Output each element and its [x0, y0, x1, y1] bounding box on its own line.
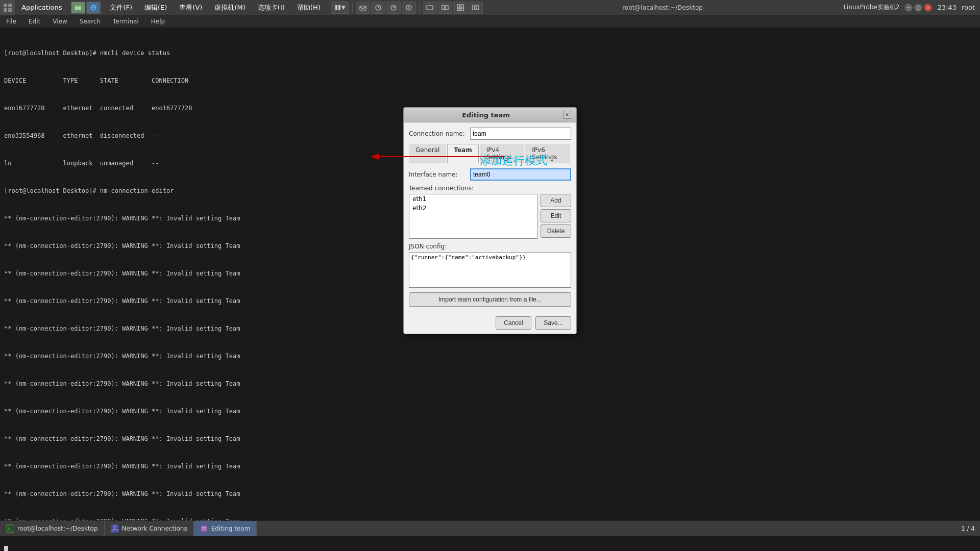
top-bar-left: Applications 文件(F) 编辑(E) 查看(V) 虚拟机(M) 选项…: [0, 0, 487, 15]
svg-rect-23: [446, 6, 448, 10]
taskbar-editing-label: Editing team: [211, 525, 251, 532]
dialog-titlebar: Editing team ✕: [404, 108, 576, 122]
vm-titlebar: root@localhost:~/Desktop: [617, 4, 708, 11]
teamed-item-eth2[interactable]: eth2: [409, 204, 537, 213]
maximize-btn[interactable]: □: [914, 4, 922, 12]
dialog-overlay: Editing team ✕ Connection name: General …: [0, 15, 980, 536]
svg-rect-11: [360, 6, 366, 10]
annotation-container: 添加运行模式: [480, 153, 547, 168]
svg-point-29: [474, 6, 477, 9]
save-button[interactable]: Save...: [535, 316, 571, 330]
close-btn[interactable]: ✕: [924, 4, 932, 12]
taskbar-editing[interactable]: Editing team: [194, 521, 257, 536]
terminal-title: root@localhost:~/Desktop: [622, 4, 703, 11]
edit-button[interactable]: Edit: [541, 209, 571, 222]
taskbar-network-label: Network Connections: [122, 525, 187, 532]
svg-rect-0: [4, 4, 7, 7]
top-bar: Applications 文件(F) 编辑(E) 查看(V) 虚拟机(M) 选项…: [0, 0, 980, 15]
edit-menu-cn[interactable]: 编辑(E): [138, 0, 173, 15]
view-menu-cn[interactable]: 查看(V): [173, 0, 208, 15]
file-menu-cn[interactable]: 文件(F): [104, 0, 138, 15]
taskbar-terminal-label: root@localhost:~/Desktop: [17, 525, 98, 532]
connection-name-row: Connection name:: [409, 128, 571, 140]
svg-rect-1: [8, 4, 12, 7]
dialog-close-btn[interactable]: ✕: [563, 111, 571, 119]
tab-menu-cn[interactable]: 选项卡(I): [252, 0, 291, 15]
dialog-body: Connection name: General Team IPv4 Setti…: [404, 122, 576, 312]
app-logo-icon: [3, 3, 12, 12]
dialog-footer: Cancel Save...: [404, 312, 576, 334]
json-config-label: JSON config:: [409, 243, 571, 250]
help-menu-cn[interactable]: 帮助(H): [291, 0, 327, 15]
cancel-button[interactable]: Cancel: [496, 316, 531, 330]
svg-rect-27: [461, 8, 463, 11]
svg-rect-36: [116, 530, 118, 532]
clock2-icon[interactable]: [386, 2, 401, 14]
svg-rect-40: [201, 525, 207, 532]
teamed-item-eth1[interactable]: eth1: [409, 194, 537, 204]
terminal-taskbar-icon: $_: [6, 524, 14, 533]
vm-menu-cn[interactable]: 虚拟机(M): [208, 0, 251, 15]
applications-menu[interactable]: Applications: [15, 0, 68, 15]
vm-title: LinuxProbe实验机2: [843, 3, 899, 12]
clock1-icon[interactable]: [371, 2, 385, 14]
teamed-buttons: Add Edit Delete: [541, 194, 571, 239]
taskbar-right: 1 / 4: [956, 525, 980, 532]
tab-team[interactable]: Team: [447, 144, 478, 163]
taskbar-network[interactable]: Network Connections: [105, 521, 194, 536]
network-taskbar-icon: [111, 524, 119, 533]
svg-rect-2: [4, 8, 7, 12]
clock3-icon[interactable]: [402, 2, 416, 14]
send-icon[interactable]: [356, 2, 370, 14]
top-time: 23:43: [937, 4, 956, 11]
svg-rect-21: [427, 6, 433, 10]
svg-rect-35: [111, 530, 114, 532]
svg-rect-25: [461, 5, 463, 7]
editing-team-dialog: Editing team ✕ Connection name: General …: [403, 107, 577, 334]
svg-rect-9: [335, 5, 337, 10]
svg-line-20: [408, 8, 409, 9]
browser-icon[interactable]: [86, 2, 101, 14]
dialog-controls: ✕: [563, 111, 571, 119]
bottom-taskbar: $_ root@localhost:~/Desktop Network Conn…: [0, 520, 980, 536]
connection-name-label: Connection name:: [409, 130, 470, 137]
view1-icon[interactable]: [423, 2, 437, 14]
desktop: File Edit View Search Terminal Help [roo…: [0, 15, 980, 536]
import-button[interactable]: Import team configuration from a file...: [409, 292, 571, 307]
connection-name-input[interactable]: [470, 128, 571, 140]
minimize-btn[interactable]: ─: [904, 4, 913, 12]
taskbar-terminal[interactable]: $_ root@localhost:~/Desktop: [0, 521, 105, 536]
screenshot-icon[interactable]: [469, 2, 483, 14]
page-indicator: 1 / 4: [961, 525, 975, 532]
svg-rect-10: [338, 5, 340, 10]
view2-icon[interactable]: [438, 2, 452, 14]
annotation-text: 添加运行模式: [480, 153, 547, 168]
tab-general[interactable]: General: [409, 144, 446, 163]
file-manager-icon[interactable]: [71, 2, 85, 14]
svg-rect-26: [457, 8, 460, 11]
interface-name-row: Interface name:: [409, 168, 571, 181]
add-button[interactable]: Add: [541, 194, 571, 207]
teamed-connections-area: eth1 eth2 Add Edit Delete: [409, 194, 571, 239]
editing-taskbar-icon: [200, 524, 208, 533]
svg-rect-34: [113, 525, 117, 528]
interface-name-label: Interface name:: [409, 171, 470, 178]
teamed-connections-list[interactable]: eth1 eth2: [409, 194, 537, 239]
delete-button[interactable]: Delete: [541, 224, 571, 238]
teamed-connections-label: Teamed connections:: [409, 185, 571, 192]
svg-rect-5: [75, 7, 81, 10]
terminal-cursor-line: [4, 544, 976, 551]
svg-rect-22: [442, 6, 445, 10]
interface-name-input[interactable]: [470, 168, 571, 181]
dialog-title: Editing team: [409, 111, 563, 119]
pause-btn[interactable]: ▼: [331, 2, 349, 14]
svg-rect-3: [8, 8, 12, 12]
svg-line-14: [378, 8, 379, 8]
view3-icon[interactable]: [453, 2, 468, 14]
top-user: root: [962, 4, 975, 11]
svg-text:$_: $_: [8, 527, 12, 531]
json-config-textarea[interactable]: {"runner":{"name":"activebackup"}}: [409, 252, 571, 288]
svg-rect-24: [457, 5, 460, 7]
